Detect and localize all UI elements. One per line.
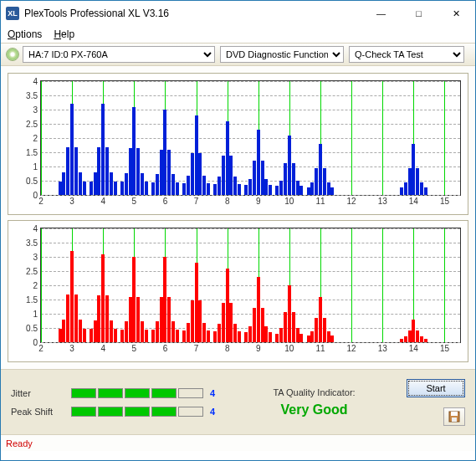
meter-box bbox=[125, 388, 150, 398]
meter-box bbox=[71, 388, 96, 398]
meter-box bbox=[71, 407, 96, 417]
x-tick: 10 bbox=[284, 342, 294, 353]
y-tick: 0.5 bbox=[26, 324, 41, 333]
x-tick: 4 bbox=[100, 342, 105, 353]
menu-bar: Options Help bbox=[1, 26, 475, 43]
x-tick: 6 bbox=[163, 195, 168, 206]
close-button[interactable]: ✕ bbox=[438, 1, 475, 26]
chart-top: 00.511.522.533.5423456789101112131415 bbox=[8, 73, 468, 215]
x-tick: 13 bbox=[378, 195, 387, 206]
window-title: PlexTools Professional XL V3.16 bbox=[24, 8, 362, 19]
jitter-meter: Jitter 4 bbox=[11, 388, 222, 398]
disc-icon bbox=[6, 48, 19, 61]
x-tick: 5 bbox=[132, 195, 137, 206]
status-bar: Ready bbox=[1, 434, 475, 451]
ta-label: TA Quality Indicator: bbox=[237, 387, 392, 397]
y-tick: 3 bbox=[33, 253, 41, 262]
y-tick: 2.5 bbox=[26, 120, 41, 129]
x-tick: 2 bbox=[38, 195, 44, 206]
x-tick: 8 bbox=[225, 195, 230, 206]
y-tick: 2 bbox=[33, 134, 41, 143]
svg-rect-1 bbox=[451, 412, 458, 416]
meter-box bbox=[98, 407, 123, 417]
meter-box bbox=[98, 388, 123, 398]
y-tick: 3 bbox=[33, 105, 41, 115]
x-tick: 15 bbox=[440, 195, 449, 206]
x-tick: 8 bbox=[225, 342, 230, 353]
x-tick: 4 bbox=[100, 195, 105, 206]
ta-indicator: TA Quality Indicator: Very Good bbox=[237, 387, 392, 417]
menu-options[interactable]: Options bbox=[8, 28, 42, 40]
minimize-button[interactable]: — bbox=[362, 1, 400, 26]
bottom-panel: Jitter 4 Peak Shift 4 TA Quality Indicat… bbox=[1, 369, 475, 434]
peakshift-label: Peak Shift bbox=[11, 407, 64, 417]
y-tick: 2 bbox=[33, 281, 41, 290]
x-tick: 14 bbox=[409, 342, 418, 353]
y-tick: 4 bbox=[33, 77, 41, 86]
y-tick: 0.5 bbox=[26, 177, 41, 186]
ta-value: Very Good bbox=[237, 402, 392, 417]
x-tick: 9 bbox=[256, 342, 261, 353]
x-tick: 5 bbox=[132, 342, 137, 353]
function-select[interactable]: DVD Diagnostic Functions bbox=[220, 46, 344, 63]
peakshift-value: 4 bbox=[210, 407, 222, 417]
x-tick: 10 bbox=[284, 195, 294, 206]
y-tick: 1.5 bbox=[26, 295, 41, 305]
x-tick: 13 bbox=[378, 342, 387, 353]
y-tick: 1 bbox=[33, 162, 41, 172]
x-tick: 12 bbox=[347, 342, 356, 353]
meter-box bbox=[125, 407, 150, 417]
y-tick: 1.5 bbox=[26, 148, 41, 157]
meter-box bbox=[178, 388, 203, 398]
test-select[interactable]: Q-Check TA Test bbox=[349, 46, 464, 63]
device-select[interactable]: HA:7 ID:0 PX-760A bbox=[23, 46, 215, 63]
x-tick: 7 bbox=[194, 342, 199, 353]
app-icon: XL bbox=[6, 7, 19, 20]
floppy-icon bbox=[448, 411, 460, 423]
y-tick: 1 bbox=[33, 310, 41, 319]
maximize-button[interactable]: □ bbox=[400, 1, 438, 26]
y-tick: 3.5 bbox=[26, 91, 41, 100]
meters: Jitter 4 Peak Shift 4 bbox=[11, 388, 222, 417]
start-button[interactable]: Start bbox=[407, 379, 465, 397]
peakshift-meter: Peak Shift 4 bbox=[11, 407, 222, 417]
title-bar: XL PlexTools Professional XL V3.16 — □ ✕ bbox=[1, 1, 475, 26]
x-tick: 14 bbox=[409, 195, 418, 206]
x-tick: 11 bbox=[315, 342, 325, 353]
jitter-label: Jitter bbox=[11, 388, 64, 398]
x-tick: 2 bbox=[38, 342, 44, 353]
status-text: Ready bbox=[6, 438, 33, 448]
jitter-value: 4 bbox=[210, 388, 222, 398]
y-tick: 3.5 bbox=[26, 238, 41, 248]
chart-area: 00.511.522.533.5423456789101112131415 00… bbox=[1, 66, 475, 369]
save-icon-button[interactable] bbox=[443, 407, 465, 426]
x-tick: 11 bbox=[315, 195, 325, 206]
x-tick: 7 bbox=[194, 195, 199, 206]
meter-box bbox=[151, 407, 177, 417]
meter-box bbox=[178, 407, 203, 417]
x-tick: 12 bbox=[347, 195, 356, 206]
y-tick: 2.5 bbox=[26, 267, 41, 276]
y-tick: 4 bbox=[33, 224, 41, 233]
toolbar: HA:7 ID:0 PX-760A DVD Diagnostic Functio… bbox=[1, 43, 475, 66]
menu-help[interactable]: Help bbox=[54, 28, 74, 40]
x-tick: 3 bbox=[69, 342, 74, 353]
svg-rect-2 bbox=[452, 417, 457, 422]
x-tick: 15 bbox=[440, 342, 449, 353]
meter-box bbox=[151, 388, 177, 398]
chart-bottom: 00.511.522.533.5423456789101112131415 bbox=[8, 220, 468, 362]
x-tick: 6 bbox=[163, 342, 168, 353]
x-tick: 3 bbox=[69, 195, 74, 206]
x-tick: 9 bbox=[256, 195, 261, 206]
